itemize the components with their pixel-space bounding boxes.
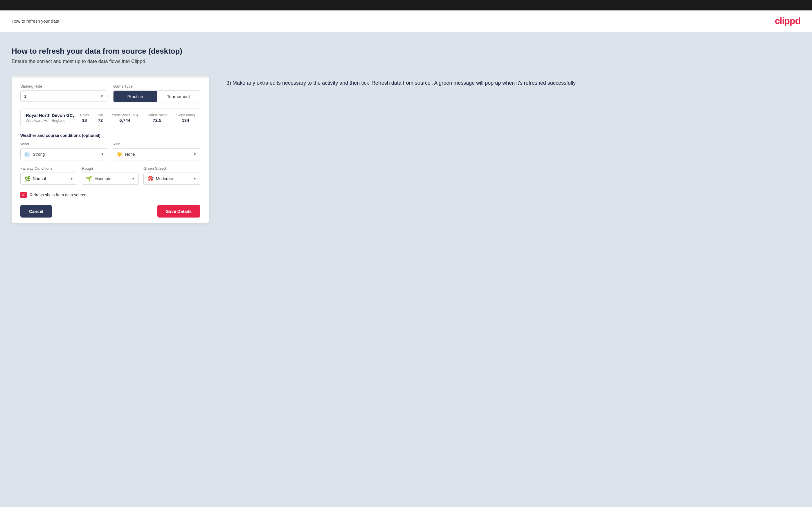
stat-par: Par 72 (98, 113, 103, 123)
fairway-value: Normal (33, 176, 46, 181)
stat-holes-label: Holes (80, 113, 89, 117)
side-note-text: 3) Make any extra edits necessary to the… (226, 79, 800, 87)
stat-yards-value: 6,744 (112, 118, 138, 123)
rain-dropdown[interactable]: ☀️ None ▼ (113, 148, 200, 160)
stat-slope-rating: Slope rating 134 (176, 113, 195, 123)
fairway-dropdown[interactable]: 🌿 Normal ▼ (20, 173, 77, 185)
starting-hole-select-wrapper[interactable]: 1 2 10 ▼ (20, 91, 107, 102)
conditions-section-label: Weather and course conditions (optional) (20, 133, 200, 138)
content-area: Starting Hole 1 2 10 ▼ Game Type Practic… (12, 76, 800, 223)
stat-slope-rating-label: Slope rating (176, 113, 195, 117)
wind-icon: 💨 (24, 151, 31, 158)
cancel-button[interactable]: Cancel (20, 205, 52, 218)
rough-value: Moderate (94, 176, 111, 181)
page-heading: How to refresh your data from source (de… (12, 47, 800, 56)
stat-yards-label: Yards/White (M)) (112, 113, 138, 117)
course-stats: Holes 18 Par 72 Yards/White (M)) 6,744 C… (80, 113, 195, 123)
fairway-left: 🌿 Normal (24, 175, 46, 182)
course-row: Royal North Devon GC, Westward Ho!, Engl… (20, 108, 200, 127)
stat-yards: Yards/White (M)) 6,744 (112, 113, 138, 123)
game-type-buttons: Practice Tournament (113, 91, 200, 102)
stat-course-rating-label: Course rating (147, 113, 167, 117)
header-title: How to refresh your data (12, 18, 59, 23)
green-speed-value: Moderate (156, 176, 173, 181)
button-row: Cancel Save Details (20, 205, 200, 218)
stat-par-value: 72 (98, 118, 103, 123)
side-description: 3) Make any extra edits necessary to the… (226, 76, 800, 87)
stat-course-rating: Course rating 72.5 (147, 113, 167, 123)
header: How to refresh your data clippd (0, 10, 812, 32)
green-speed-label: Green Speed (143, 166, 200, 171)
logo: clippd (775, 16, 800, 26)
top-bar (0, 0, 812, 10)
starting-hole-group: Starting Hole 1 2 10 ▼ (20, 84, 107, 102)
card-top-strip (12, 76, 209, 78)
fairway-icon: 🌿 (24, 175, 31, 182)
practice-button[interactable]: Practice (113, 91, 157, 102)
checkmark-icon: ✓ (22, 192, 25, 197)
rain-label: Rain (113, 142, 200, 146)
game-type-label: Game Type (113, 84, 200, 89)
starting-hole-label: Starting Hole (20, 84, 107, 89)
rain-left: ☀️ None (116, 151, 135, 158)
starting-hole-row: Starting Hole 1 2 10 ▼ Game Type Practic… (20, 84, 200, 102)
game-type-group: Game Type Practice Tournament (113, 84, 200, 102)
rain-chevron-icon: ▼ (193, 152, 197, 156)
green-speed-chevron-icon: ▼ (193, 177, 197, 181)
course-info: Royal North Devon GC, Westward Ho!, Engl… (26, 113, 74, 123)
stat-course-rating-value: 72.5 (147, 118, 167, 123)
stat-holes-value: 18 (80, 118, 89, 123)
conditions-bottom-row: Fairway Conditions 🌿 Normal ▼ Rough 🌱 (20, 166, 200, 185)
rough-dropdown[interactable]: 🌱 Moderate ▼ (82, 173, 139, 185)
course-location: Westward Ho!, England (26, 118, 74, 123)
rough-left: 🌱 Moderate (86, 175, 111, 182)
save-button[interactable]: Save Details (157, 205, 200, 218)
wind-dropdown[interactable]: 💨 Strong ▼ (20, 148, 108, 160)
rain-icon: ☀️ (116, 151, 123, 158)
wind-label: Wind (20, 142, 108, 146)
green-speed-group: Green Speed 🎯 Moderate ▼ (143, 166, 200, 185)
wind-group: Wind 💨 Strong ▼ (20, 142, 108, 160)
refresh-checkbox-row: ✓ Refresh shots from data source (20, 192, 200, 198)
fairway-chevron-icon: ▼ (70, 177, 73, 181)
refresh-checkbox-label: Refresh shots from data source (30, 192, 86, 197)
page-subheading: Ensure the correct and most up to date d… (12, 59, 800, 64)
rough-icon: 🌱 (86, 175, 92, 182)
tournament-button[interactable]: Tournament (157, 91, 200, 102)
green-speed-dropdown[interactable]: 🎯 Moderate ▼ (143, 173, 200, 185)
stat-holes: Holes 18 (80, 113, 89, 123)
rough-label: Rough (82, 166, 139, 171)
wind-chevron-icon: ▼ (101, 152, 104, 156)
stat-par-label: Par (98, 113, 103, 117)
conditions-top-row: Wind 💨 Strong ▼ Rain ☀️ None (20, 142, 200, 160)
green-speed-icon: 🎯 (147, 175, 154, 182)
form-card: Starting Hole 1 2 10 ▼ Game Type Practic… (12, 76, 209, 223)
rough-group: Rough 🌱 Moderate ▼ (82, 166, 139, 185)
fairway-group: Fairway Conditions 🌿 Normal ▼ (20, 166, 77, 185)
starting-hole-select[interactable]: 1 2 10 (20, 91, 107, 102)
wind-left: 💨 Strong (24, 151, 45, 158)
rain-value: None (125, 152, 135, 157)
rain-group: Rain ☀️ None ▼ (113, 142, 200, 160)
main-content: How to refresh your data from source (de… (0, 32, 812, 507)
refresh-checkbox[interactable]: ✓ (20, 192, 27, 198)
rough-chevron-icon: ▼ (132, 177, 135, 181)
wind-value: Strong (33, 152, 45, 157)
fairway-label: Fairway Conditions (20, 166, 77, 171)
green-speed-left: 🎯 Moderate (147, 175, 173, 182)
course-name: Royal North Devon GC, (26, 113, 74, 118)
stat-slope-rating-value: 134 (176, 118, 195, 123)
